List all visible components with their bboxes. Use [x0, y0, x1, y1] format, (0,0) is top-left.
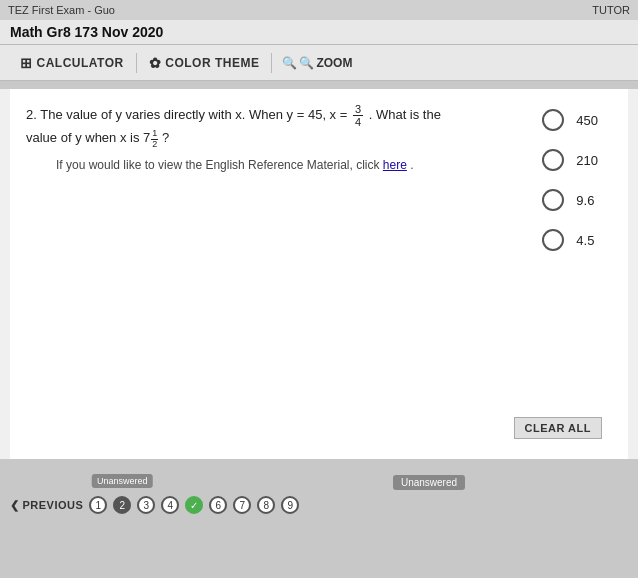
- mixed-num-bot: 2: [151, 140, 158, 150]
- answer-label-3: 9.6: [576, 193, 594, 208]
- page-num-4: 4: [168, 500, 174, 511]
- title-bar: Math Gr8 173 Nov 2020: [0, 20, 638, 45]
- zoom-icon-plus[interactable]: 🔍: [299, 56, 314, 70]
- reference-end: .: [410, 158, 413, 172]
- page-btn-4[interactable]: 4: [161, 496, 179, 514]
- page-circle-8[interactable]: 8: [257, 496, 275, 514]
- color-theme-icon: ✿: [149, 55, 162, 71]
- fraction-numerator: 3: [353, 103, 363, 116]
- unanswered-badge: Unanswered: [393, 475, 465, 490]
- answer-option-2[interactable]: 210: [542, 149, 598, 171]
- question-text-part1: The value of y varies directly with x. W…: [40, 107, 347, 122]
- page-title: Math Gr8 173 Nov 2020: [10, 24, 163, 40]
- page-num-6: 6: [216, 500, 222, 511]
- answer-option-3[interactable]: 9.6: [542, 189, 598, 211]
- answer-option-4[interactable]: 4.5: [542, 229, 598, 251]
- top-bar-right: TUTOR: [592, 4, 630, 16]
- reference-link[interactable]: here: [383, 158, 407, 172]
- toolbar-divider-1: [136, 53, 137, 73]
- answer-option-1[interactable]: 450: [542, 109, 598, 131]
- toolbar: ⊞ CALCULATOR ✿ COLOR THEME 🔍 🔍 ZOOM: [0, 45, 638, 81]
- page-btn-3[interactable]: 3: [137, 496, 155, 514]
- zoom-icon-minus[interactable]: 🔍: [282, 56, 297, 70]
- page-circle-3[interactable]: 3: [137, 496, 155, 514]
- question-text-part2: . What is the: [369, 107, 441, 122]
- reference-text: If you would like to view the English Re…: [56, 158, 612, 172]
- question-number: 2.: [26, 107, 37, 122]
- top-bar: TEZ First Exam - Guo TUTOR: [0, 0, 638, 20]
- radio-9-6[interactable]: [542, 189, 564, 211]
- page-circle-6[interactable]: 6: [209, 496, 227, 514]
- mixed-fraction: 1 2: [151, 129, 158, 150]
- page-num-2: 2: [120, 500, 126, 511]
- page-circle-9[interactable]: 9: [281, 496, 299, 514]
- page-btn-7[interactable]: 7: [233, 496, 251, 514]
- previous-button[interactable]: ❮ PREVIOUS: [10, 499, 83, 512]
- radio-210[interactable]: [542, 149, 564, 171]
- toolbar-divider-2: [271, 53, 272, 73]
- page-btn-6[interactable]: 6: [209, 496, 227, 514]
- page-btn-9[interactable]: 9: [281, 496, 299, 514]
- check-icon-5: ✓: [190, 500, 198, 511]
- answer-label-2: 210: [576, 153, 598, 168]
- question-text-part4: ?: [162, 131, 169, 146]
- question-mixed-number: 7 1 2: [143, 128, 158, 150]
- page-num-7: 7: [240, 500, 246, 511]
- previous-label: PREVIOUS: [23, 499, 84, 511]
- page-circle-1[interactable]: 1: [89, 496, 107, 514]
- answer-label-4: 4.5: [576, 233, 594, 248]
- page-circle-7[interactable]: 7: [233, 496, 251, 514]
- reference-text-main: If you would like to view the English Re…: [56, 158, 379, 172]
- radio-4-5[interactable]: [542, 229, 564, 251]
- fraction-denominator: 4: [353, 116, 363, 128]
- radio-450[interactable]: [542, 109, 564, 131]
- page-num-3: 3: [144, 500, 150, 511]
- color-theme-button[interactable]: ✿ COLOR THEME: [139, 51, 270, 75]
- page-circle-2[interactable]: 2: [113, 496, 131, 514]
- page-btn-8[interactable]: 8: [257, 496, 275, 514]
- nav-row: ❮ PREVIOUS 1 2 Unanswered 3: [10, 496, 628, 514]
- page-circle-5[interactable]: ✓: [185, 496, 203, 514]
- chevron-left-icon: ❮: [10, 499, 20, 512]
- question-text: 2. The value of y varies directly with x…: [26, 103, 612, 150]
- top-bar-left: TEZ First Exam - Guo: [8, 4, 115, 16]
- question-fraction: 3 4: [353, 103, 363, 128]
- main-panel: 2. The value of y varies directly with x…: [10, 89, 628, 459]
- question-text-part3: value of y when x is: [26, 131, 139, 146]
- calculator-icon: ⊞: [20, 55, 33, 71]
- page-circle-4[interactable]: 4: [161, 496, 179, 514]
- content-wrapper: 2. The value of y varies directly with x…: [0, 89, 638, 459]
- mixed-whole: 7: [143, 128, 150, 149]
- page-tooltip: Unanswered: [92, 474, 153, 488]
- answer-label-1: 450: [576, 113, 598, 128]
- page-num-1: 1: [96, 500, 102, 511]
- zoom-label: ZOOM: [316, 56, 352, 70]
- page-btn-2-wrapper: 2 Unanswered: [113, 496, 131, 514]
- page-num-9: 9: [288, 500, 294, 511]
- page-num-8: 8: [264, 500, 270, 511]
- page-btn-2[interactable]: 2: [113, 496, 131, 514]
- page-btn-5[interactable]: ✓: [185, 496, 203, 514]
- clear-all-button[interactable]: CLEAR ALL: [514, 417, 602, 439]
- zoom-group: 🔍 🔍 ZOOM: [274, 56, 360, 70]
- calculator-button[interactable]: ⊞ CALCULATOR: [10, 51, 134, 75]
- page-btn-1[interactable]: 1: [89, 496, 107, 514]
- answer-choices: 450 210 9.6 4.5: [542, 109, 598, 251]
- bottom-area: Unanswered ❮ PREVIOUS 1 2 Unanswered 3: [0, 467, 638, 520]
